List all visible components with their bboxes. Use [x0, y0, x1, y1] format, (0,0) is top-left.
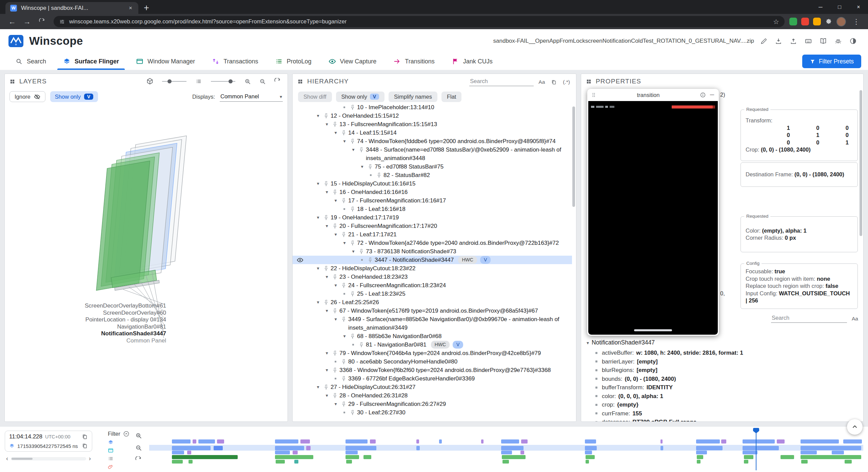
pin-icon[interactable]: [339, 281, 348, 288]
trace-entry-segment[interactable]: [346, 455, 359, 459]
match-case-icon[interactable]: Aa: [537, 78, 546, 86]
trace-entry-segment[interactable]: [781, 455, 794, 459]
trace-entry-segment[interactable]: [520, 451, 524, 454]
trace-entry-segment[interactable]: [346, 451, 358, 454]
pin-icon[interactable]: [366, 162, 375, 170]
trace-entry-segment[interactable]: [172, 451, 184, 454]
trace-entry-segment[interactable]: [346, 439, 368, 444]
trace-type-icon[interactable]: [108, 447, 115, 454]
simplify-names-toggle[interactable]: Simplify names: [389, 92, 437, 102]
trace-entry-segment[interactable]: [843, 439, 862, 444]
trace-entry-segment[interactable]: [721, 439, 726, 444]
displays-select[interactable]: Common Panel ▾: [220, 92, 283, 102]
pin-icon[interactable]: [348, 290, 357, 297]
pin-icon[interactable]: [331, 391, 339, 398]
hierarchy-node[interactable]: ▾75 - ed70f88 StatusBar#75: [293, 162, 572, 171]
trace-entry-segment[interactable]: [172, 455, 238, 459]
layer-label[interactable]: NotificationShade#3447: [9, 330, 166, 337]
match-word-icon[interactable]: [863, 315, 864, 323]
zoom-in-icon[interactable]: [135, 432, 142, 439]
hierarchy-node[interactable]: ▾26 - Leaf:25:25#26: [293, 298, 572, 307]
hierarchy-node[interactable]: ▾74 - WindowToken{fdddbe6 type=2000 andr…: [293, 137, 572, 145]
trace-entry-segment[interactable]: [214, 446, 223, 450]
hierarchy-node[interactable]: ▾73 - 8736138 NotificationShade#73: [293, 247, 572, 256]
trace-entry-segment[interactable]: [370, 439, 376, 444]
rotation-slider[interactable]: [162, 81, 186, 82]
hierarchy-node[interactable]: ▾72 - WindowToken{a2746de type=2040 andr…: [293, 239, 572, 247]
property-row[interactable]: activeBuffer:w: 1080, h: 2400, stride: 2…: [587, 349, 859, 357]
nav-tab-view-capture[interactable]: View Capture: [320, 53, 385, 70]
trace-entry-segment[interactable]: [502, 460, 509, 464]
panel-drag-handle-icon[interactable]: [297, 79, 303, 84]
trace-entry-segment[interactable]: [801, 446, 861, 450]
trace-entry-segment[interactable]: [416, 446, 420, 450]
trace-entry-segment[interactable]: [275, 455, 314, 459]
prev-frame-icon[interactable]: ‹: [6, 455, 8, 462]
timeline-mini-scrollbar[interactable]: [11, 457, 86, 460]
hierarchy-node[interactable]: ▾3448 - Surface(name=ed70f88 StatusBar)/…: [293, 145, 572, 162]
collapse-arrow-icon[interactable]: ▾: [350, 145, 357, 154]
forward-button[interactable]: →: [20, 15, 34, 28]
property-row[interactable]: color:(0, 0, 0), alpha: 1: [587, 392, 859, 401]
hierarchy-node[interactable]: ▾23 - OneHanded:18:23#23: [293, 273, 572, 281]
trace-entry-segment[interactable]: [346, 460, 352, 464]
collapse-arrow-icon[interactable]: ▾: [358, 162, 366, 171]
collapse-arrow-icon[interactable]: ▾: [314, 383, 322, 391]
new-tab-button[interactable]: +: [144, 3, 149, 13]
hierarchy-node[interactable]: ▾15 - HideDisplayCutout:16:16#15: [293, 179, 572, 188]
hierarchy-node[interactable]: ▾24 - FullscreenMagnification:18:23#24: [293, 281, 572, 290]
trace-entry-segment[interactable]: [293, 451, 298, 454]
trace-entry-segment[interactable]: [832, 451, 844, 454]
trace-entry-segment[interactable]: [346, 446, 376, 450]
pin-icon[interactable]: [339, 374, 348, 381]
nav-tab-surface-flinger[interactable]: Surface Flinger: [55, 53, 127, 70]
trace-entry-segment[interactable]: [696, 451, 707, 454]
hierarchy-node[interactable]: ▾68 - 885b63e NavigationBar0#68: [293, 332, 572, 340]
trace-entry-segment[interactable]: [481, 439, 483, 444]
collapse-arrow-icon[interactable]: ▾: [314, 112, 322, 120]
trace-entry-segment[interactable]: [172, 460, 183, 464]
ignore-rect-toggle[interactable]: Ignore: [9, 91, 45, 102]
collapse-arrow-icon[interactable]: ▾: [314, 298, 322, 307]
show-only-visible-toggle[interactable]: Show only V: [50, 91, 98, 102]
window-drag-handle-icon[interactable]: [591, 92, 597, 98]
pin-icon[interactable]: [331, 273, 339, 280]
hierarchy-node[interactable]: 30 - Leaf:26:27#30: [293, 408, 572, 417]
hierarchy-node[interactable]: 82 - StatusBar#82: [293, 171, 572, 179]
trace-type-icon[interactable]: [108, 455, 115, 462]
property-node-header[interactable]: ▾NotificationShade#3447: [587, 339, 859, 346]
pin-icon[interactable]: [331, 307, 339, 314]
trace-entry-segment[interactable]: [586, 460, 589, 464]
panel-drag-handle-icon[interactable]: [586, 79, 592, 84]
trace-entry-segment[interactable]: [586, 455, 595, 459]
hierarchy-node[interactable]: 10 - ImePlaceholder:13:14#10: [293, 103, 572, 112]
collapse-arrow-icon[interactable]: ▾: [323, 391, 331, 400]
collapse-arrow-icon[interactable]: ▾: [314, 179, 322, 188]
pin-icon[interactable]: [357, 340, 366, 348]
layer-label[interactable]: ScreenDecorOverlay#60: [9, 310, 166, 317]
trace-entry-segment[interactable]: [743, 451, 757, 454]
hierarchy-node[interactable]: ▾29 - FullscreenMagnification:26:27#29: [293, 400, 572, 408]
hierarchy-node[interactable]: 18 - Leaf:16:16#18: [293, 205, 572, 213]
hierarchy-node[interactable]: ▾17 - FullscreenMagnification:16:16#17: [293, 196, 572, 205]
pin-icon[interactable]: [322, 179, 331, 186]
pin-icon[interactable]: [322, 383, 331, 390]
trace-entry-segment[interactable]: [501, 446, 523, 450]
site-settings-icon[interactable]: [59, 19, 65, 25]
hierarchy-search-input[interactable]: [469, 77, 534, 86]
pin-icon[interactable]: [339, 357, 348, 365]
extension-icon[interactable]: [801, 18, 809, 25]
collapse-arrow-icon[interactable]: ▾: [323, 120, 331, 129]
profile-avatar[interactable]: [836, 17, 846, 26]
collapse-arrow-icon[interactable]: ▾: [341, 332, 348, 340]
trace-entry-segment[interactable]: [275, 446, 304, 450]
reload-button[interactable]: [35, 15, 49, 28]
bookmark-star-icon[interactable]: ☆: [770, 18, 782, 26]
trace-entry-segment[interactable]: [300, 439, 310, 444]
layer-label[interactable]: Common Panel: [9, 337, 166, 345]
trace-entry-segment[interactable]: [276, 460, 285, 464]
timeline-cursor[interactable]: [756, 428, 756, 470]
layer-label[interactable]: NavigationBar0#81: [9, 323, 166, 331]
property-row[interactable]: blurRegions:[empty]: [587, 366, 859, 375]
pin-icon[interactable]: [331, 188, 339, 195]
